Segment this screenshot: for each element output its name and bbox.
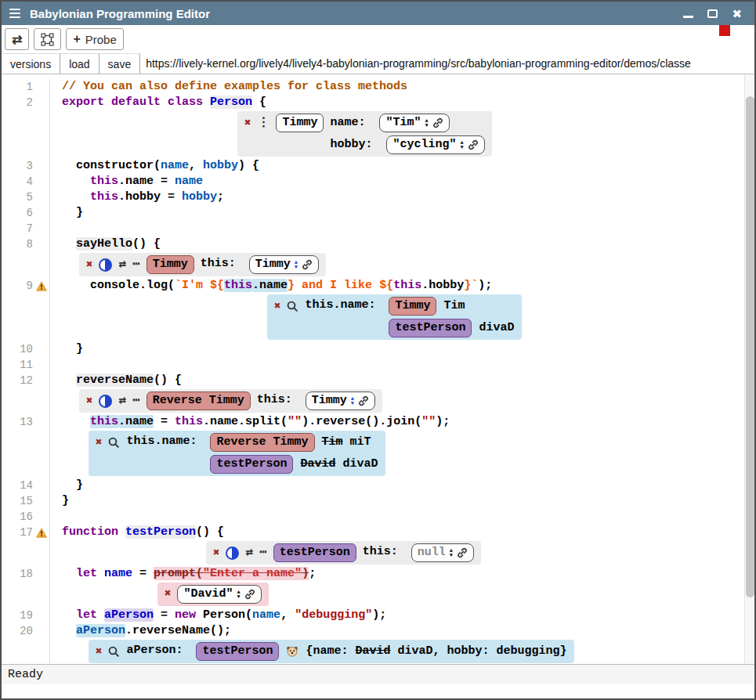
replacement-row: ✖"David"▲▼: [2, 582, 754, 608]
down-arrow-icon[interactable]: ▼: [460, 145, 463, 150]
more-options-icon[interactable]: ⋯: [132, 392, 140, 410]
example-def-widget[interactable]: ✖⋮Timmyname: "Tim"▲▼hobby: "cycling"▲▼: [237, 111, 492, 157]
delete-button[interactable]: ✖: [96, 434, 102, 451]
code-token: name: [104, 567, 132, 580]
swap-button[interactable]: ⇄: [5, 28, 29, 50]
link-icon[interactable]: [244, 589, 255, 600]
down-arrow-icon[interactable]: ▼: [450, 553, 453, 557]
stepper-arrows[interactable]: ▲▼: [237, 590, 240, 599]
delete-button[interactable]: ✖: [165, 585, 171, 602]
select-frame-button[interactable]: [34, 28, 61, 50]
probe-widget[interactable]: ✖this.name: Reverse TimmyTim miTtestPers…: [89, 431, 385, 476]
line-number: 3: [2, 158, 33, 174]
code-token: default: [111, 96, 161, 109]
example-name-chip[interactable]: Reverse Timmy: [146, 391, 251, 410]
delete-button[interactable]: ✖: [86, 256, 92, 273]
example-name-chip[interactable]: testPerson: [210, 455, 293, 474]
toggle-switch[interactable]: [99, 395, 112, 408]
magnifier-icon[interactable]: [108, 646, 120, 658]
save-button[interactable]: save: [99, 53, 141, 74]
url-field[interactable]: https://lively-kernel.org/lively4/lively…: [140, 53, 754, 74]
stepper-arrows[interactable]: ▲▼: [425, 118, 428, 128]
stepper-arrows[interactable]: ▲▼: [351, 396, 354, 406]
value-box[interactable]: "Tim"▲▼: [379, 114, 449, 132]
menu-icon[interactable]: [9, 9, 20, 19]
scrollbar-thumb[interactable]: [746, 96, 754, 597]
down-arrow-icon[interactable]: ▼: [295, 265, 298, 269]
value-box[interactable]: "David"▲▼: [177, 585, 261, 604]
drag-handle-icon[interactable]: ⋮: [257, 114, 269, 132]
stepper-arrows[interactable]: ▲▼: [295, 260, 298, 269]
code-token: // You can also define examples for clas…: [62, 80, 407, 93]
link-icon[interactable]: [432, 117, 443, 128]
code-token: ${: [210, 279, 224, 292]
code-lines: 1// You can also define examples for cla…: [2, 79, 754, 664]
gutter-icon-slot: [33, 95, 50, 110]
example-name-chip[interactable]: Timmy: [146, 255, 194, 274]
example-name-chip[interactable]: testPerson: [196, 642, 279, 661]
code-token: ${: [379, 279, 393, 292]
minimize-button[interactable]: [683, 16, 693, 18]
example-name-chip[interactable]: testPerson: [273, 543, 356, 562]
toggle-switch[interactable]: [99, 258, 112, 272]
value-box[interactable]: Timmy▲▼: [306, 391, 375, 410]
more-options-icon[interactable]: ⋯: [259, 544, 267, 561]
link-icon[interactable]: [457, 547, 468, 558]
example-name-chip[interactable]: testPerson: [389, 319, 472, 337]
example-widget[interactable]: ✖⇄⋯Reverse Timmythis: Timmy▲▼: [79, 389, 382, 413]
down-arrow-icon[interactable]: ▼: [351, 401, 354, 406]
code-editor[interactable]: 1// You can also define examples for cla…: [2, 74, 754, 664]
code-text: constructor(name, hobby) {: [50, 158, 259, 174]
value-box[interactable]: Timmy▲▼: [249, 255, 319, 274]
probe-widget[interactable]: ✖this.name: TimmyTimtestPersondivaD: [267, 294, 522, 340]
down-arrow-icon[interactable]: ▼: [237, 594, 240, 599]
delete-button[interactable]: ✖: [244, 114, 251, 132]
versions-button[interactable]: versions: [2, 53, 60, 74]
probe-widget[interactable]: ✖aPerson: testPerson{name: David divaD, …: [89, 640, 574, 663]
link-icon[interactable]: [302, 259, 313, 270]
delete-button[interactable]: ✖: [96, 643, 102, 660]
example-name-chip[interactable]: Timmy: [389, 297, 436, 316]
probe-row: Reverse TimmyTim miT: [210, 433, 378, 452]
delete-button[interactable]: ✖: [274, 298, 280, 315]
delete-button[interactable]: ✖: [213, 544, 219, 561]
delete-button[interactable]: ✖: [86, 392, 92, 410]
stepper-arrows[interactable]: ▲▼: [460, 140, 463, 150]
code-token: aPerson: [104, 608, 154, 622]
magnifier-icon[interactable]: [108, 437, 120, 449]
more-options-icon[interactable]: ⋯: [132, 256, 140, 273]
example-widget[interactable]: ✖⇄⋯testPersonthis: null▲▼: [206, 541, 481, 565]
replacement-widget[interactable]: ✖"David"▲▼: [157, 583, 269, 606]
swap-arrows-icon[interactable]: ⇄: [118, 256, 126, 273]
close-button[interactable]: ✖: [732, 8, 742, 20]
link-icon[interactable]: [358, 395, 369, 406]
example-widget[interactable]: ✖⇄⋯Timmythis: Timmy▲▼: [79, 253, 326, 276]
example-name-chip[interactable]: Reverse Timmy: [210, 433, 314, 452]
value-box[interactable]: null▲▼: [411, 543, 474, 562]
swap-arrows-icon[interactable]: ⇄: [118, 392, 126, 410]
line-number: [2, 110, 33, 158]
link-icon[interactable]: [468, 139, 479, 150]
gutter-icon-slot: [33, 639, 50, 664]
gutter-icon-slot: [33, 221, 50, 236]
add-probe-button[interactable]: +Probe: [66, 28, 123, 50]
code-token: [62, 624, 76, 637]
toggle-switch[interactable]: [226, 547, 239, 560]
scrollbar-track[interactable]: [744, 74, 754, 664]
value-box[interactable]: "cycling"▲▼: [386, 135, 484, 154]
example-name-chip[interactable]: Timmy: [276, 114, 324, 132]
code-token: let: [76, 608, 97, 622]
code-token: this: [175, 415, 203, 428]
code-line-4: 4 this.name = name: [2, 174, 754, 189]
stepper-arrows[interactable]: ▲▼: [450, 548, 453, 557]
magnifier-icon[interactable]: [287, 301, 298, 312]
code-token: reverseName: [76, 373, 154, 387]
down-arrow-icon[interactable]: ▼: [425, 123, 428, 128]
maximize-button[interactable]: [707, 9, 718, 18]
code-text: [50, 221, 62, 236]
probe-row: testPersonDavid divaD: [210, 455, 378, 474]
line-number: 10: [2, 341, 33, 357]
load-button[interactable]: load: [60, 53, 99, 74]
widget-controls: ✖⇄⋯: [86, 255, 140, 274]
swap-arrows-icon[interactable]: ⇄: [245, 544, 253, 561]
